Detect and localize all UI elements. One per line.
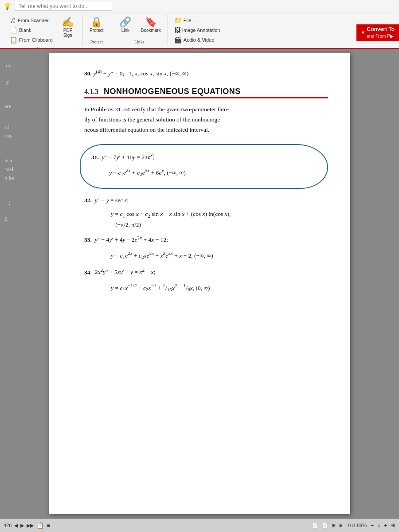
section-title: NONHOMOGENEOUS EQUATIONS [104,87,241,98]
create-col-main: 🖨 From Scanner 📄 Blank 📋 From Clipboard [8,16,55,44]
pdf-sign-label: PDFSign [63,28,72,38]
convert-to-button[interactable]: ▼ Convert To and From P▶ [356,24,399,41]
pdf-sign-button[interactable]: ✍ PDFSign [58,16,78,39]
problem-33-eq1: y″ − 4y′ + 4y = 2e2x + 4x − 12; [93,236,168,243]
from-clipboard-button[interactable]: 📋 From Clipboard [8,35,55,44]
links-items: 🔗 Link 🔖 Bookmark [116,16,163,38]
from-clipboard-label: From Clipboard [19,37,53,43]
play-button[interactable]: ▶ [20,523,24,528]
margin-neg1: −1 [4,200,14,207]
clipboard-icon: 📋 [10,36,17,43]
problem-31-eq1: y″ − 7y′ + 10y = 24ex; [100,153,154,160]
link-label: Link [121,28,129,33]
margin-are: are [4,103,14,110]
problem-34-eq1: 2x2y″ + 5xy′ + y = x2 − x; [93,269,155,275]
image-annotation-label: Image Annotation [182,27,220,33]
margin-isa: is a [4,157,14,164]
protect-items: 🔒 Protect [87,16,106,38]
from-scanner-label: From Scanner [18,18,49,23]
file-icon: 📁 [174,17,182,24]
status-right: 📄 📄 ⊞ ≡ 161.86% − ○ + ⊕ [312,522,395,529]
create-group: 🖨 From Scanner 📄 Blank 📋 From Clipboard [4,14,82,46]
problem-31-number: 31. [91,153,99,160]
pdf-sign-icon: ✍ [62,17,74,27]
protect-group-label: Protect [90,38,103,44]
convert-sub-label: and From P▶ [367,33,395,39]
next-page-button[interactable]: ▶▶ [27,523,34,528]
bookmark-icon: 🔖 [145,17,157,27]
bookmark-button[interactable]: 🔖 Bookmark [139,16,163,34]
section-number: 4.1.3 [84,88,104,95]
audio-video-icon: 🎬 [174,36,182,43]
problem-30: 30. y(4) + y″ = 0; 1, x, cos x, sin x, (… [84,66,328,79]
prev-page-button[interactable]: ◀ [14,523,18,528]
convert-to-label: Convert To [367,26,395,33]
margin-ons: ons [4,132,14,139]
problem-34-number: 34. [84,269,92,275]
problem-33-sol: y = c1e2x + c2xe2x + x2e2x + x − 2, (−∞,… [111,249,328,262]
tell-bar: 💡 [0,0,399,12]
audio-video-button[interactable]: 🎬 Audio & Video [172,35,222,44]
margin-nis: nis [4,62,14,69]
problem-31-sol: y = c1e2x + c2e5x + 6ex, (−∞, ∞) [109,166,317,179]
fit-page-button[interactable]: ⊕ [391,522,395,528]
scanner-icon: 🖨 [10,17,16,24]
grid-icon: ⊞ [332,523,336,528]
problem-32-eq1: y″ + y = sec x; [93,197,129,203]
zoom-out-button[interactable]: − [370,522,374,529]
bookmark-label: Bookmark [141,28,161,33]
link-button[interactable]: 🔗 Link [116,16,135,34]
blank-icon: 📄 [10,27,17,34]
blank-label: Blank [19,27,31,33]
page-indicator-2: 📄 [322,523,328,528]
status-bar: 426 ◀ ▶ ▶▶ 📋 ≡ 📄 📄 ⊞ ≡ 161.86% − ○ + ⊕ [0,519,399,532]
page-indicator-1: 📄 [312,523,318,528]
insert-group: 📁 File... 🖼 Image Annotation 🎬 Audio & V… [168,14,227,46]
margin-rval: rval [4,166,14,173]
file-label: File... [184,18,196,23]
margin-0: 0. [4,215,14,223]
insert-items: 📁 File... 🖼 Image Annotation 🎬 Audio & V… [172,16,222,44]
document-area: nis ry are of ons is a rval n be −1 0. 3… [0,49,399,519]
margin-of: of [4,123,14,130]
file-button[interactable]: 📁 File... [172,16,222,25]
clipboard-status-icon: 📋 [36,522,44,529]
problem-32-sol: y = c1 cos x + c2 sin x + x sin x + (cos… [111,209,328,229]
status-left: 426 ◀ ▶ ▶▶ 📋 ≡ [4,522,51,529]
protect-group: 🔒 Protect Protect [82,14,111,46]
margin-nbe: n be [4,175,14,182]
tell-input[interactable] [15,2,112,11]
problem-33-number: 33. [84,236,92,243]
create-items: 🖨 From Scanner 📄 Blank 📋 From Clipboard [8,16,78,44]
problem-34: 34. 2x2y″ + 5xy′ + y = x2 − x; [84,266,328,278]
margin-ry: ry [4,78,14,85]
zoom-slider[interactable]: ○ [377,523,380,528]
image-annotation-icon: 🖼 [174,27,180,34]
problem-33: 33. y″ − 4y′ + 4y = 2e2x + 4x − 12; [84,233,328,245]
problem-32-number: 32. [84,197,92,203]
intro-paragraph: In Problems 31–34 verify that the given … [84,105,328,135]
menu-status-icon: ≡ [47,522,50,529]
problem-34-sol: y = c1x−1/2 + c2x−1 + 1/15x2 − 1/6x, (0,… [111,281,328,294]
insert-col: 📁 File... 🖼 Image Annotation 🎬 Audio & V… [172,16,222,44]
problem-31: 31. y″ − 7y′ + 10y = 24ex; [91,150,317,163]
protect-icon: 🔒 [90,17,102,27]
document-page: 30. y(4) + y″ = 0; 1, x, cos x, sin x, (… [49,53,350,514]
ribbon: ▼ Convert To and From P▶ 🖨 From Scanner … [0,12,399,49]
links-group: 🔗 Link 🔖 Bookmark Links [111,14,168,46]
ribbon-content: 🖨 From Scanner 📄 Blank 📋 From Clipboard [0,12,399,48]
problem-30-content: y(4) + y″ = 0; 1, x, cos x, sin x, (−∞, … [93,70,188,77]
sort-icon: ≡ [339,523,342,528]
image-annotation-button[interactable]: 🖼 Image Annotation [172,26,222,35]
links-group-label: Links [134,38,145,44]
lightbulb-icon: 💡 [4,3,11,10]
from-scanner-button[interactable]: 🖨 From Scanner [8,16,55,25]
problem-30-number: 30. [84,70,92,77]
page-number: 426 [4,523,12,528]
zoom-level: 161.86% [348,523,367,528]
problem-31-oval: 31. y″ − 7y′ + 10y = 24ex; y = c1e2x + c… [80,144,328,189]
zoom-in-button[interactable]: + [384,522,387,529]
ribbon-area: 🖨 From Scanner 📄 Blank 📋 From Clipboard [0,12,399,49]
protect-button[interactable]: 🔒 Protect [87,16,106,34]
blank-button[interactable]: 📄 Blank [8,26,55,35]
